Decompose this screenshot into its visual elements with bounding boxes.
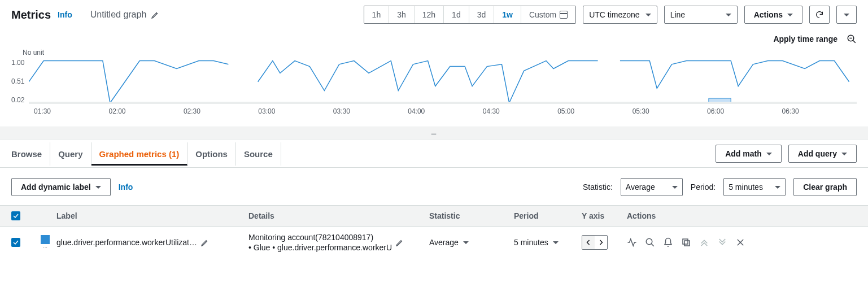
pulse-icon[interactable] bbox=[627, 237, 637, 247]
apply-time-range-link[interactable]: Apply time range bbox=[773, 34, 838, 44]
x-tick: 04:00 bbox=[408, 107, 482, 115]
period-select[interactable]: 5 minutes bbox=[723, 178, 786, 196]
time-range-1h[interactable]: 1h bbox=[364, 6, 390, 23]
actions-button[interactable]: Actions bbox=[744, 6, 802, 24]
x-axis-baseline bbox=[29, 102, 857, 104]
col-header-actions: Actions bbox=[627, 211, 857, 220]
move-up-icon[interactable] bbox=[699, 237, 709, 247]
x-tick: 04:30 bbox=[483, 107, 557, 115]
time-range-custom[interactable]: Custom bbox=[521, 6, 575, 23]
x-tick: 03:30 bbox=[333, 107, 408, 115]
chart-plot[interactable] bbox=[29, 59, 857, 104]
add-math-button[interactable]: Add math bbox=[716, 145, 782, 163]
add-math-label: Add math bbox=[725, 149, 762, 158]
x-axis: 01:3002:0002:3003:0003:3004:0004:3005:00… bbox=[34, 104, 857, 115]
info-link[interactable]: Info bbox=[119, 183, 133, 192]
add-dynamic-label-text: Add dynamic label bbox=[21, 183, 91, 192]
time-range-3d[interactable]: 3d bbox=[469, 6, 495, 23]
svg-point-3 bbox=[646, 238, 652, 245]
add-dynamic-label-button[interactable]: Add dynamic label bbox=[11, 178, 111, 196]
svg-rect-6 bbox=[684, 241, 690, 246]
statistic-label: Statistic: bbox=[583, 183, 613, 192]
chevron-left-icon bbox=[585, 239, 592, 246]
tab-query[interactable]: Query bbox=[50, 142, 91, 166]
timezone-select[interactable]: UTC timezone bbox=[583, 6, 657, 24]
table-header: Label Details Statistic Period Y axis Ac… bbox=[0, 205, 868, 227]
pencil-icon[interactable] bbox=[395, 238, 404, 247]
zoom-out-icon[interactable] bbox=[847, 34, 857, 44]
yaxis-left-button[interactable] bbox=[582, 236, 595, 249]
page-title: Metrics bbox=[11, 8, 51, 21]
y-axis-title: No unit bbox=[23, 49, 857, 57]
caret-down-icon bbox=[841, 153, 847, 155]
caret-down-icon bbox=[463, 241, 469, 244]
svg-line-4 bbox=[651, 244, 654, 246]
tabs-row: BrowseQueryGraphed metrics (1)OptionsSou… bbox=[0, 140, 868, 168]
statistic-select[interactable]: Average bbox=[621, 178, 683, 196]
caret-down-icon bbox=[787, 14, 793, 16]
tab-source[interactable]: Source bbox=[236, 142, 281, 166]
add-query-label: Add query bbox=[798, 149, 837, 158]
yaxis-toggle bbox=[582, 235, 608, 250]
tab-graphed-metrics-1-[interactable]: Graphed metrics (1) bbox=[91, 142, 188, 166]
chart-area: No unit 1.000.510.02 01:3002:0002:3003:0… bbox=[0, 49, 868, 127]
col-header-statistic[interactable]: Statistic bbox=[429, 211, 514, 220]
table-row: ⋯ glue.driver.performance.workerUtilizat… bbox=[0, 227, 868, 258]
copy-icon[interactable] bbox=[681, 237, 691, 247]
pencil-icon bbox=[151, 10, 160, 19]
row-period-select[interactable]: 5 minutes bbox=[514, 238, 582, 247]
bell-icon[interactable] bbox=[663, 237, 673, 247]
caret-down-icon bbox=[844, 14, 849, 16]
col-header-label[interactable]: Label bbox=[56, 211, 248, 220]
time-range-1w[interactable]: 1w bbox=[494, 6, 521, 23]
drag-dots-icon: ⋯ bbox=[43, 245, 48, 250]
select-all-checkbox[interactable] bbox=[11, 211, 20, 220]
pencil-icon[interactable] bbox=[200, 238, 210, 247]
col-header-period[interactable]: Period bbox=[514, 211, 582, 220]
col-header-details[interactable]: Details bbox=[248, 211, 429, 220]
time-range-12h[interactable]: 12h bbox=[415, 6, 444, 23]
x-tick: 01:30 bbox=[34, 107, 108, 115]
time-range-selector: 1h3h12h1d3d1wCustom bbox=[364, 6, 577, 24]
svg-line-1 bbox=[853, 40, 856, 43]
refresh-button[interactable] bbox=[809, 6, 830, 24]
period-value: 5 minutes bbox=[729, 183, 763, 192]
refresh-dropdown-button[interactable] bbox=[836, 6, 857, 24]
chart-line bbox=[258, 61, 598, 103]
clear-graph-button[interactable]: Clear graph bbox=[793, 178, 857, 196]
x-tick: 02:00 bbox=[108, 107, 183, 115]
caret-down-icon bbox=[645, 14, 651, 16]
y-tick: 0.51 bbox=[11, 77, 24, 85]
x-tick: 06:00 bbox=[707, 107, 782, 115]
caret-down-icon bbox=[95, 186, 101, 189]
tab-browse[interactable]: Browse bbox=[11, 142, 50, 166]
col-header-yaxis[interactable]: Y axis bbox=[582, 211, 627, 220]
yaxis-right-button[interactable] bbox=[595, 236, 607, 249]
tab-options[interactable]: Options bbox=[187, 142, 236, 166]
chart-type-select[interactable]: Line bbox=[664, 6, 738, 24]
info-link[interactable]: Info bbox=[58, 10, 72, 19]
caret-down-icon bbox=[775, 186, 780, 189]
close-icon[interactable] bbox=[735, 237, 745, 247]
time-range-1d[interactable]: 1d bbox=[444, 6, 469, 23]
caret-down-icon bbox=[672, 186, 678, 189]
actions-label: Actions bbox=[754, 10, 783, 19]
search-icon[interactable] bbox=[645, 237, 655, 247]
color-swatch[interactable]: ⋯ bbox=[41, 235, 50, 250]
graph-title-text: Untitled graph bbox=[90, 10, 147, 20]
row-statistic-select[interactable]: Average bbox=[429, 238, 514, 247]
time-range-3h[interactable]: 3h bbox=[389, 6, 415, 23]
add-query-button[interactable]: Add query bbox=[788, 145, 857, 163]
svg-rect-7 bbox=[683, 239, 688, 244]
period-label: Period: bbox=[691, 183, 716, 192]
check-icon bbox=[12, 212, 19, 219]
timezone-label: UTC timezone bbox=[589, 10, 639, 19]
graph-title-editable[interactable]: Untitled graph bbox=[90, 10, 160, 20]
move-down-icon[interactable] bbox=[717, 237, 727, 247]
drag-handle-icon: ═ bbox=[431, 129, 437, 137]
chevron-right-icon bbox=[597, 239, 604, 246]
x-tick: 02:30 bbox=[184, 107, 258, 115]
chart-type-label: Line bbox=[670, 10, 685, 19]
resize-handle[interactable]: ═ bbox=[0, 127, 868, 140]
row-checkbox[interactable] bbox=[11, 238, 20, 247]
